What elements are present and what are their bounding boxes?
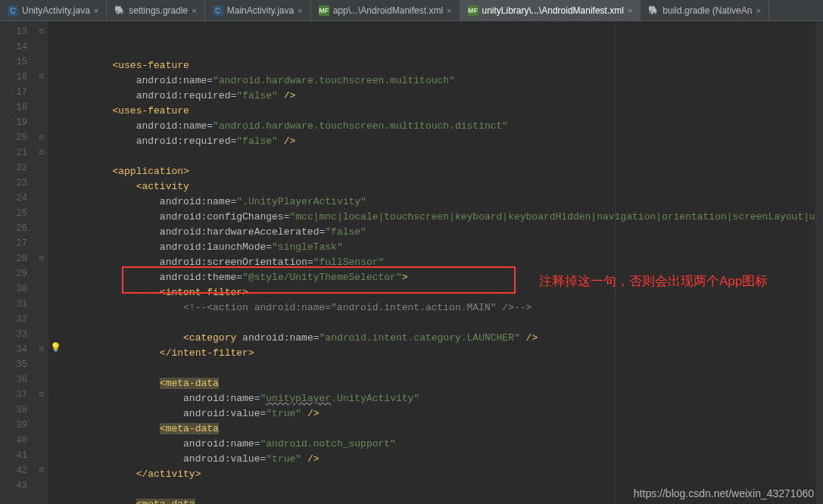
- code-line[interactable]: </intent-filter>: [65, 346, 815, 361]
- close-icon[interactable]: ×: [94, 6, 98, 15]
- tab-label: build.gradle (NativeAn: [662, 5, 752, 16]
- code-line[interactable]: android:value="true" />: [65, 406, 815, 422]
- editor-tab[interactable]: MFapp\...\AndroidManifest.xml×: [311, 0, 460, 20]
- code-line[interactable]: <intent-filter>: [65, 285, 815, 300]
- fold-toggle: [35, 54, 48, 70]
- line-number: 43: [0, 478, 30, 493]
- code-line[interactable]: [65, 361, 815, 376]
- line-number: 41: [0, 448, 30, 463]
- fold-toggle: [35, 85, 48, 100]
- intention-bulb: [48, 357, 62, 372]
- code-line[interactable]: android:theme="@style/UnityThemeSelector…: [65, 270, 815, 285]
- error-stripe[interactable]: [815, 21, 823, 504]
- fold-toggle: [35, 372, 48, 387]
- line-number: 37: [0, 387, 30, 403]
- lightbulb-icon[interactable]: 💡: [50, 343, 61, 353]
- code-line[interactable]: android:required="false" />: [65, 89, 815, 104]
- fold-toggle[interactable]: ⊟: [35, 463, 48, 478]
- intention-bulb: [48, 297, 62, 312]
- fold-toggle[interactable]: ⊟: [35, 251, 48, 266]
- fold-toggle: [35, 160, 48, 176]
- code-line[interactable]: <meta-data: [65, 376, 815, 391]
- line-number: 17: [0, 85, 30, 100]
- intention-bulb: [48, 24, 62, 39]
- editor-tab[interactable]: CUnityActivity.java×: [0, 0, 107, 20]
- intention-bulb[interactable]: 💡: [48, 342, 62, 357]
- fold-toggle: [35, 448, 48, 463]
- intention-bulb: [48, 418, 62, 433]
- intention-bulb: [48, 266, 62, 282]
- code-area[interactable]: <uses-feature android:name="android.hard…: [62, 21, 815, 504]
- code-line[interactable]: android:required="false" />: [65, 134, 815, 149]
- code-line[interactable]: <category android:name="android.intent.c…: [65, 331, 815, 346]
- code-line[interactable]: android:name="android.hardware.touchscre…: [65, 119, 815, 134]
- fold-toggle: [35, 418, 48, 433]
- code-line[interactable]: <!--<action android:name="android.intent…: [65, 300, 815, 316]
- intention-bulb: [48, 100, 62, 115]
- code-line[interactable]: <uses-feature: [65, 104, 815, 119]
- line-number: 31: [0, 297, 30, 312]
- code-line[interactable]: android:launchMode="singleTask": [65, 240, 815, 255]
- code-line[interactable]: android:configChanges="mcc|mnc|locale|to…: [65, 210, 815, 225]
- close-icon[interactable]: ×: [447, 6, 451, 15]
- fold-toggle[interactable]: ⊟: [35, 145, 48, 160]
- intention-bulb: [48, 463, 62, 478]
- line-number: 38: [0, 403, 30, 418]
- gradle-file-icon: 🐘: [648, 5, 659, 15]
- editor-tabs: CUnityActivity.java×🐘settings.gradle×CMa…: [0, 0, 823, 21]
- fold-toggle[interactable]: ⊟: [35, 130, 48, 145]
- code-line[interactable]: <meta-data: [65, 497, 815, 504]
- code-line[interactable]: <uses-feature: [65, 58, 815, 73]
- close-icon[interactable]: ×: [192, 6, 196, 15]
- intention-bulb: [48, 145, 62, 160]
- intention-bulb: [48, 327, 62, 342]
- code-line[interactable]: <meta-data: [65, 422, 815, 437]
- intention-bulb: [48, 54, 62, 70]
- code-line[interactable]: android:name=".UnityPlayerActivity": [65, 194, 815, 210]
- intention-bulb: [48, 70, 62, 85]
- intention-bulb: [48, 206, 62, 221]
- line-number: 42: [0, 463, 30, 478]
- fold-toggle[interactable]: ⊟: [35, 24, 48, 39]
- line-number: 34: [0, 342, 30, 357]
- code-line[interactable]: android:name="android.hardware.touchscre…: [65, 73, 815, 89]
- close-icon[interactable]: ×: [628, 6, 632, 15]
- fold-toggle: [35, 191, 48, 206]
- fold-toggle: [35, 206, 48, 221]
- code-editor: 1314151617181920212223242526272829303132…: [0, 21, 823, 504]
- editor-tab[interactable]: CMainActivity.java×: [205, 0, 311, 20]
- editor-tab[interactable]: MFunityLibrary\...\AndroidManifest.xml×: [460, 0, 641, 20]
- code-line[interactable]: </activity>: [65, 467, 815, 482]
- tab-label: MainActivity.java: [227, 5, 294, 16]
- code-line[interactable]: [65, 482, 815, 497]
- fold-toggle[interactable]: ⊟: [35, 387, 48, 403]
- code-line[interactable]: android:name="android.notch_support": [65, 437, 815, 452]
- code-line[interactable]: android:hardwareAccelerated="false": [65, 225, 815, 240]
- fold-toggle: [35, 403, 48, 418]
- line-number: 30: [0, 282, 30, 297]
- editor-tab[interactable]: 🐘build.gradle (NativeAn×: [641, 0, 769, 20]
- intention-bulb: [48, 403, 62, 418]
- gradle-file-icon: 🐘: [114, 5, 125, 15]
- line-number: 36: [0, 372, 30, 387]
- fold-toggle: [35, 100, 48, 115]
- close-icon[interactable]: ×: [756, 6, 760, 15]
- code-line[interactable]: android:value="true" />: [65, 452, 815, 467]
- fold-toggle[interactable]: ⊟: [35, 70, 48, 85]
- fold-toggle: [35, 327, 48, 342]
- line-number: 20: [0, 130, 30, 145]
- code-line[interactable]: [65, 149, 815, 164]
- line-number: 32: [0, 312, 30, 327]
- intention-bulb: [48, 176, 62, 191]
- code-line[interactable]: android:name="unityplayer.UnityActivity": [65, 391, 815, 406]
- fold-toggle: [35, 297, 48, 312]
- editor-tab[interactable]: 🐘settings.gradle×: [107, 0, 204, 20]
- code-line[interactable]: android:screenOrientation="fullSensor": [65, 255, 815, 270]
- code-line[interactable]: <activity: [65, 179, 815, 194]
- intention-bulb: [48, 191, 62, 206]
- close-icon[interactable]: ×: [298, 6, 302, 15]
- code-line[interactable]: [65, 316, 815, 331]
- intention-bulb: [48, 478, 62, 493]
- fold-toggle[interactable]: ⊟: [35, 342, 48, 357]
- code-line[interactable]: <application>: [65, 164, 815, 179]
